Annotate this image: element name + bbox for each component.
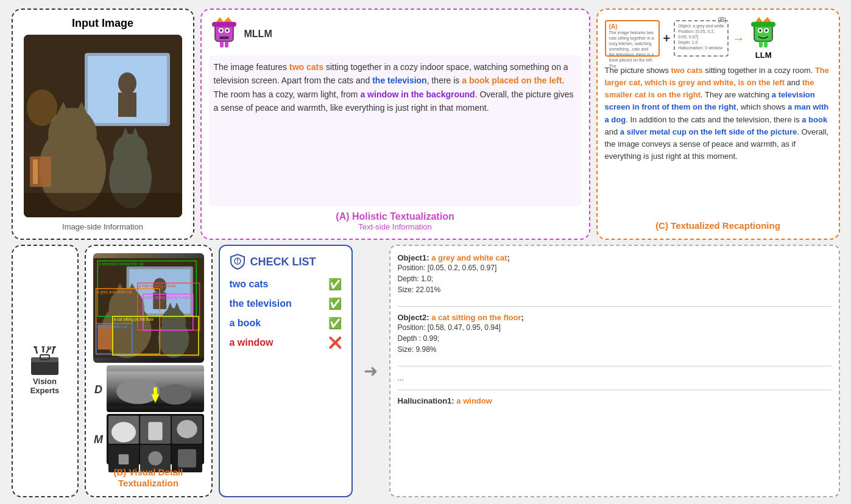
toolbox-icon xyxy=(28,346,62,377)
box-a-label: (A) xyxy=(609,23,655,30)
results-panel: Object1: a grey and white cat; Position:… xyxy=(389,245,840,497)
svg-text:a man holding a book: a man holding a book xyxy=(138,284,176,289)
svg-text:a television behind the cat: a television behind the cat xyxy=(99,262,144,266)
result-hallucination-title: Hallucination1: a window xyxy=(398,396,832,405)
cat-image-inner xyxy=(24,35,182,217)
llm-robot-icon xyxy=(748,17,779,51)
checklist-check-2: ✅ xyxy=(328,297,342,310)
svg-rect-82 xyxy=(118,454,129,464)
depth-mask-section: D M xyxy=(93,365,204,464)
result-object1-title: Object1: a grey and white cat; xyxy=(398,253,832,262)
result-object2-pos: Position: [0.58, 0.47, 0.95, 0.94] xyxy=(398,322,832,333)
mllm-text-bg: The image features two cats sitting toge… xyxy=(209,55,582,206)
checklist-check-3: ✅ xyxy=(328,317,342,330)
mllm-text: The image features two cats sitting toge… xyxy=(214,60,577,201)
result-object1-size: Size: 22.01% xyxy=(398,284,832,295)
svg-point-46 xyxy=(52,346,56,348)
svg-rect-18 xyxy=(212,22,236,27)
svg-rect-80 xyxy=(148,422,162,440)
svg-rect-84 xyxy=(178,449,196,467)
depth-image xyxy=(107,365,204,412)
recap-two-cats: two cats xyxy=(671,66,703,75)
svg-rect-15 xyxy=(33,159,38,184)
recap-book: a book xyxy=(802,115,827,124)
depth-svg xyxy=(107,365,204,412)
cat-image xyxy=(24,35,182,217)
recap-footer-text: (C) Textualized Recaptioning xyxy=(655,220,780,231)
result-object1-pos: Position: [0.05, 0.2, 0.65, 0.97] xyxy=(398,262,832,273)
checklist-header: CHECK LIST xyxy=(230,253,342,270)
input-image-title: Input Image xyxy=(72,17,133,30)
image-side-label: Image-side Information xyxy=(62,222,143,231)
mask-cell-2 xyxy=(140,416,171,444)
checklist-item-4-text: a window xyxy=(230,337,274,348)
mllm-label: MLLM xyxy=(244,29,272,40)
svg-point-77 xyxy=(159,384,191,405)
plus-sign: + xyxy=(663,32,671,46)
mask-grid xyxy=(107,414,204,464)
svg-point-23 xyxy=(220,29,222,32)
svg-text:a dog being held by a man: a dog being held by a man xyxy=(144,295,189,300)
result-object2-depth: Depth : 0.99; xyxy=(398,333,832,344)
svg-text:a cat sitting on the floor: a cat sitting on the floor xyxy=(113,317,154,322)
svg-point-59 xyxy=(161,308,185,336)
svg-rect-29 xyxy=(751,22,775,27)
recap-text: The picture shows two cats sitting toget… xyxy=(605,65,832,217)
recap-cup: a silver metal cup on the left side of t… xyxy=(620,127,797,136)
bottom-row: Vision Experts xyxy=(12,245,840,497)
result-object2-name: a cat sitting on the floor xyxy=(431,313,521,322)
svg-rect-25 xyxy=(219,37,229,39)
mask-cell-3 xyxy=(172,416,202,444)
svg-point-83 xyxy=(148,451,162,465)
top-row: Input Image xyxy=(12,9,840,240)
arrow-container: ➜ xyxy=(359,245,383,497)
recap-larger-cat: The larger cat, which is grey and white,… xyxy=(605,66,830,87)
checklist-item-3-text: a book xyxy=(230,318,261,329)
result-object2-title: Object2: a cat sitting on the floor; xyxy=(398,313,832,322)
result-divider-2 xyxy=(398,366,832,366)
result-ellipsis: ... xyxy=(398,373,832,383)
mllm-book: a book placed on the left xyxy=(462,75,562,85)
recap-box-a: (A) The image features two cats sitting … xyxy=(605,20,660,57)
mllm-television: the television xyxy=(372,75,426,85)
svg-marker-30 xyxy=(755,17,763,22)
shield-icon xyxy=(230,253,245,270)
arrow-right: → xyxy=(732,32,744,46)
mllm-two-cats: two cats xyxy=(289,62,323,72)
mllm-robot-icon xyxy=(209,17,239,51)
checklist-item-2-text: the television xyxy=(230,298,292,309)
recap-panel: (A) The image features two cats sitting … xyxy=(596,9,840,240)
checklist-panel: CHECK LIST two cats ✅ the television ✅ a… xyxy=(219,245,353,497)
svg-marker-20 xyxy=(224,17,232,22)
svg-point-24 xyxy=(226,29,228,32)
holistic-label-text: (A) Holistic Textualization xyxy=(336,211,454,222)
checklist-title: CHECK LIST xyxy=(250,256,316,268)
checklist-item-3: a book ✅ xyxy=(230,317,342,330)
svg-point-34 xyxy=(759,29,761,32)
result-object1-depth: Depth: 1.0; xyxy=(398,273,832,284)
results-arrow: ➜ xyxy=(364,361,378,381)
mllm-window: a window in the background xyxy=(360,89,475,99)
svg-text:a grey and white cat: a grey and white cat xyxy=(97,290,132,295)
svg-marker-31 xyxy=(763,17,771,22)
result-object2-size: Size: 9.98% xyxy=(398,344,832,355)
m-label: M xyxy=(94,433,103,446)
result-object1-name: a grey and white cat xyxy=(431,253,507,262)
recap-footer: (C) Textualized Recaptioning xyxy=(605,220,832,231)
svg-point-76 xyxy=(116,379,160,404)
cat-scene-svg xyxy=(24,35,182,217)
checklist-item-1-text: two cats xyxy=(230,279,269,290)
recap-box-b: (B) Object: a grey and whitePosition: [0… xyxy=(674,20,729,57)
result-hallucination: Hallucination1: a window xyxy=(398,396,832,405)
checklist-item-1: two cats ✅ xyxy=(230,278,342,291)
svg-point-35 xyxy=(765,29,768,32)
result-hallucination-name: a window xyxy=(456,396,492,405)
main-container: Input Image xyxy=(12,9,840,495)
mask-cell-1 xyxy=(108,416,139,444)
svg-rect-37 xyxy=(764,41,768,47)
detection-image: a television behind the cat a grey and w… xyxy=(93,253,204,363)
svg-point-3 xyxy=(118,72,136,94)
checklist-check-4: ❌ xyxy=(328,336,342,349)
svg-point-16 xyxy=(27,89,57,126)
svg-rect-36 xyxy=(759,41,763,47)
